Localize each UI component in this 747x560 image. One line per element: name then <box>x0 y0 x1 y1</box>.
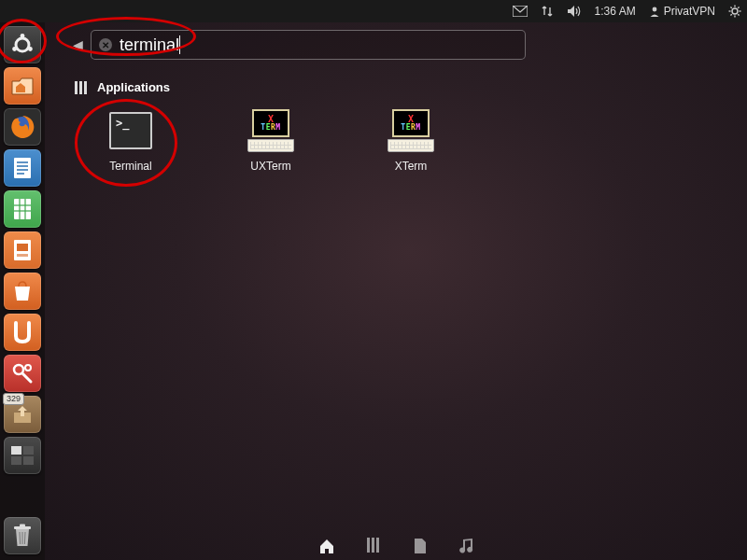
shopping-bag-icon <box>10 280 35 302</box>
text-cursor <box>179 35 180 54</box>
dash-lens-bar <box>318 538 473 554</box>
result-xterm[interactable]: XTERM XTerm <box>374 107 448 173</box>
calc-icon <box>11 197 34 221</box>
svg-point-2 <box>732 8 738 14</box>
launcher-calc[interactable] <box>4 190 41 228</box>
svg-line-7 <box>730 7 731 7</box>
svg-point-12 <box>21 34 25 38</box>
applications-lens-icon <box>75 81 90 94</box>
box-arrow-up-icon <box>11 403 34 426</box>
svg-rect-32 <box>11 446 21 455</box>
terminal-icon <box>109 112 152 149</box>
result-label: Terminal <box>93 160 168 173</box>
lens-music[interactable] <box>458 538 473 554</box>
user-label: PrivatVPN <box>664 5 715 18</box>
svg-rect-16 <box>14 158 31 178</box>
results-grid: Terminal XTERM UXTerm XTERM XTerm <box>93 107 730 173</box>
impress-icon <box>11 238 34 262</box>
lens-home[interactable] <box>318 538 335 554</box>
result-uxterm[interactable]: XTERM UXTerm <box>233 107 308 173</box>
messaging-indicator-icon[interactable] <box>513 6 528 17</box>
svg-point-13 <box>12 47 17 51</box>
unity-dash: ◀ ✕ terminal Applications Terminal XTERM… <box>45 22 747 560</box>
home-folder-icon <box>10 76 35 96</box>
svg-rect-42 <box>79 81 82 94</box>
sound-indicator-icon[interactable] <box>567 5 582 18</box>
wrench-gear-icon <box>10 361 35 385</box>
launcher-home-folder[interactable] <box>4 67 41 105</box>
result-label: XTerm <box>374 160 448 173</box>
clock[interactable]: 1:36 AM <box>595 5 636 18</box>
update-count-badge: 329 <box>3 393 24 405</box>
home-icon <box>318 538 335 554</box>
network-indicator-icon[interactable] <box>541 5 554 18</box>
uxterm-icon: XTERM <box>247 109 294 152</box>
applications-section-header: Applications <box>75 80 730 94</box>
svg-line-9 <box>738 7 739 7</box>
launcher-impress[interactable] <box>4 231 41 269</box>
svg-point-30 <box>25 365 31 371</box>
launcher-ubuntu-one[interactable] <box>4 314 41 351</box>
launcher-settings[interactable] <box>4 355 41 392</box>
launcher-workspace-switcher[interactable] <box>4 437 41 474</box>
clear-search-icon[interactable]: ✕ <box>99 38 112 51</box>
svg-rect-35 <box>23 456 34 465</box>
launcher-software-center[interactable] <box>4 273 41 310</box>
svg-rect-21 <box>14 199 31 219</box>
svg-rect-44 <box>367 538 370 553</box>
svg-line-40 <box>24 532 25 544</box>
launcher-updater[interactable]: 329 <box>4 396 41 433</box>
svg-rect-28 <box>17 254 28 257</box>
svg-point-14 <box>28 47 33 51</box>
result-label: UXTerm <box>233 160 308 173</box>
svg-rect-41 <box>75 81 78 94</box>
session-menu[interactable]: PrivatVPN <box>649 5 715 18</box>
user-icon <box>649 6 660 17</box>
result-terminal[interactable]: Terminal <box>93 107 168 173</box>
svg-point-1 <box>652 7 656 12</box>
launcher-writer[interactable] <box>4 149 41 187</box>
svg-line-10 <box>730 14 731 15</box>
ubuntu-one-icon <box>12 321 33 343</box>
ubuntu-logo-icon <box>10 33 35 57</box>
launcher-trash[interactable] <box>4 517 41 554</box>
svg-line-8 <box>738 14 739 15</box>
dash-button[interactable] <box>4 26 41 63</box>
dash-search-box[interactable]: ✕ terminal <box>91 30 526 60</box>
dash-back-arrow-icon[interactable]: ◀ <box>73 37 83 52</box>
xterm-icon: XTERM <box>388 109 434 152</box>
lens-applications[interactable] <box>367 538 382 554</box>
top-panel: 1:36 AM PrivatVPN <box>0 0 747 22</box>
power-cog-icon[interactable] <box>728 5 741 18</box>
lens-files[interactable] <box>414 538 427 554</box>
svg-point-11 <box>16 38 29 51</box>
svg-rect-27 <box>17 244 28 251</box>
svg-rect-45 <box>372 538 374 553</box>
unity-launcher: 329 <box>0 22 45 560</box>
svg-rect-43 <box>84 81 87 94</box>
section-label: Applications <box>97 80 170 94</box>
firefox-icon <box>8 113 36 141</box>
svg-rect-37 <box>20 525 25 527</box>
svg-rect-46 <box>376 538 379 553</box>
workspace-icon <box>10 445 35 466</box>
trash-icon <box>12 524 33 548</box>
launcher-firefox[interactable] <box>4 108 41 146</box>
file-icon <box>414 538 427 554</box>
writer-icon <box>11 156 34 180</box>
svg-rect-33 <box>23 446 34 455</box>
svg-rect-34 <box>11 456 21 465</box>
applications-lens-icon <box>367 538 382 553</box>
dash-search-input[interactable]: terminal <box>120 35 179 55</box>
svg-line-38 <box>20 532 21 544</box>
music-icon <box>458 538 473 554</box>
